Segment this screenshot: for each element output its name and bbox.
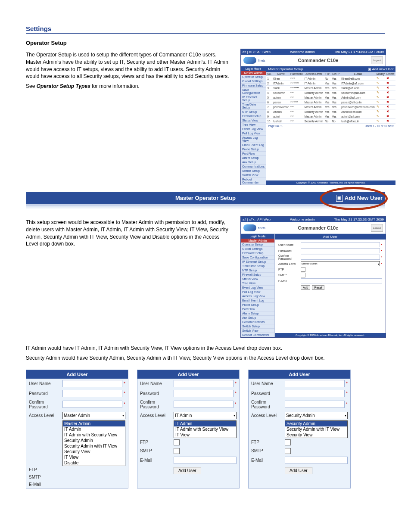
p1-dropdown[interactable]: Master AdminIT AdminIT Admin with Securi… [62,420,125,466]
sidebar-item[interactable]: Port Flow [241,307,274,311]
mini-password-input[interactable] [301,248,380,253]
sidebar-item[interactable]: Firmware Setup [241,251,274,255]
mini-username-input[interactable] [301,242,380,247]
sidebar-item[interactable]: Firewall Setup [241,114,266,118]
sidebar-item[interactable]: Email Event Log [241,299,274,303]
mini-access-level-select[interactable]: Master Admin▾ [301,261,380,266]
dropdown-option[interactable]: IT Admin [63,426,125,432]
delete-icon[interactable]: ✖ [386,100,395,105]
p3-ftp-checkbox[interactable] [285,439,291,445]
p3-dropdown[interactable]: Security AdminSecurity Admin with IT Vie… [285,420,348,438]
delete-icon[interactable]: ✖ [386,81,395,86]
modify-icon[interactable]: ✎ [376,105,386,109]
sidebar-item[interactable]: Time/Date Setup [241,264,274,268]
delete-icon[interactable]: ✖ [386,86,395,90]
sidebar-item[interactable]: Poll Log View [241,131,266,136]
sidebar-item[interactable]: Alarm Setup [241,156,266,160]
sidebar-item[interactable]: Communications [241,320,274,324]
dropdown-option[interactable]: IT Admin with Security View [63,432,125,438]
sidebar-item[interactable]: Email Event Log [241,143,266,147]
sidebar-item[interactable]: Communications [241,165,266,169]
mini-reset-button[interactable]: Reset [312,285,324,290]
sidebar-item[interactable]: Switch Setup [241,169,266,173]
sidebar-item[interactable]: Poll Log View [241,290,274,294]
sidebar-item[interactable]: Tree View [241,281,274,286]
p3-smtp-checkbox[interactable] [285,448,291,454]
modify-icon[interactable]: ✎ [376,114,386,119]
sidebar-item[interactable]: NTP Setup [241,110,266,114]
dropdown-option[interactable]: Security Admin with IT View [63,443,125,449]
sidebar-item[interactable]: Aux Setup [241,160,266,165]
sidebar-item[interactable]: Firewall Setup [241,273,274,277]
mini-ftp-checkbox[interactable] [301,267,305,272]
dropdown-option[interactable]: IT Admin with Security View [174,426,236,432]
delete-icon[interactable]: ✖ [386,119,395,124]
sidebar-item[interactable]: IP Ethernet Setup [241,260,274,264]
p3-add-user-button[interactable]: Add User [285,467,312,474]
p2-access-level-select[interactable]: IT Admin▾ [174,412,237,419]
sidebar-item[interactable]: Operator Setup [241,243,274,247]
delete-icon[interactable]: ✖ [386,109,395,114]
delete-icon[interactable]: ✖ [386,105,395,109]
sidebar-item[interactable]: Reboot Commander [241,333,274,337]
p3-access-level-select[interactable]: Security Admin▾ [285,412,348,419]
p3-username-input[interactable] [285,380,345,387]
modify-icon[interactable]: ✎ [376,90,386,95]
sidebar-item[interactable]: Global Settings [241,247,274,251]
p2-username-input[interactable] [174,380,234,387]
sidebar-item[interactable]: Access Log View [241,294,274,299]
sidebar-item[interactable]: Reboot Commander [241,177,266,185]
p2-password-input[interactable] [174,390,234,397]
mini-confirm-input[interactable] [301,255,380,260]
dropdown-option[interactable]: Disable [63,460,125,466]
sidebar-item[interactable]: Probe Setup [241,147,266,152]
sidebar-item[interactable]: Global Settings [241,79,266,84]
sidebar-item[interactable]: Switch View [241,173,266,177]
p2-smtp-checkbox[interactable] [174,448,180,454]
sidebar-item[interactable]: Event Log View [241,127,266,131]
dropdown-option[interactable]: Security Admin [63,438,125,443]
sidebar-item[interactable]: Operator Setup [241,75,266,79]
p1-access-level-select[interactable]: Master Admin▾ [62,412,125,419]
add-new-user-button[interactable]: ▣ Add New User [336,192,383,204]
p2-dropdown[interactable]: IT AdminIT Admin with Security ViewIT Vi… [174,420,237,438]
delete-icon[interactable]: ✖ [386,90,395,95]
sidebar-item[interactable]: Probe Setup [241,303,274,307]
p2-email-input[interactable] [174,457,237,464]
pager-right[interactable]: Users 1 - 10 of 10 Next [365,124,394,128]
delete-icon[interactable]: ✖ [386,76,395,81]
p2-ftp-checkbox[interactable] [174,439,180,445]
modify-icon[interactable]: ✎ [376,119,386,124]
dropdown-option[interactable]: Security View [63,449,125,454]
modify-icon[interactable]: ✎ [376,76,386,81]
p3-confirm-input[interactable] [285,401,345,408]
dropdown-option[interactable]: Security View [285,432,347,438]
p3-password-input[interactable] [285,390,345,397]
modify-icon[interactable]: ✎ [376,81,386,86]
p1-confirm-input[interactable] [62,401,122,408]
sidebar-item[interactable]: Time/Date Setup [241,103,266,110]
modify-icon[interactable]: ✎ [376,109,386,114]
p2-add-user-button[interactable]: Add User [174,467,201,474]
delete-icon[interactable]: ✖ [386,95,395,100]
logout-icon[interactable]: Logout [371,56,383,64]
dropdown-option[interactable]: IT Admin [174,421,236,426]
sidebar-item[interactable]: Aux Setup [241,316,274,320]
p2-confirm-input[interactable] [174,401,234,408]
sidebar-item[interactable]: Save Configuration [241,88,266,95]
mini-email-input[interactable] [301,278,382,283]
setup-bar-add-1[interactable]: ▣ Add new User [368,67,394,71]
dropdown-option[interactable]: Master Admin [63,421,125,426]
sidebar-item[interactable]: Switch Setup [241,324,274,329]
sidebar-item[interactable]: Switch View [241,329,274,333]
p3-email-input[interactable] [285,457,348,464]
dropdown-option[interactable]: Security Admin [285,421,347,426]
sidebar-item[interactable]: Firmware Setup [241,84,266,88]
modify-icon[interactable]: ✎ [376,95,386,100]
dropdown-option[interactable]: Security Admin with IT View [285,426,347,432]
sidebar-item[interactable]: Status View [241,277,274,281]
sidebar-item[interactable]: NTP Setup [241,268,274,273]
sidebar-item[interactable]: Access Log View [241,136,266,143]
p1-username-input[interactable] [62,380,122,387]
mini-add-button[interactable]: Add [301,285,310,290]
